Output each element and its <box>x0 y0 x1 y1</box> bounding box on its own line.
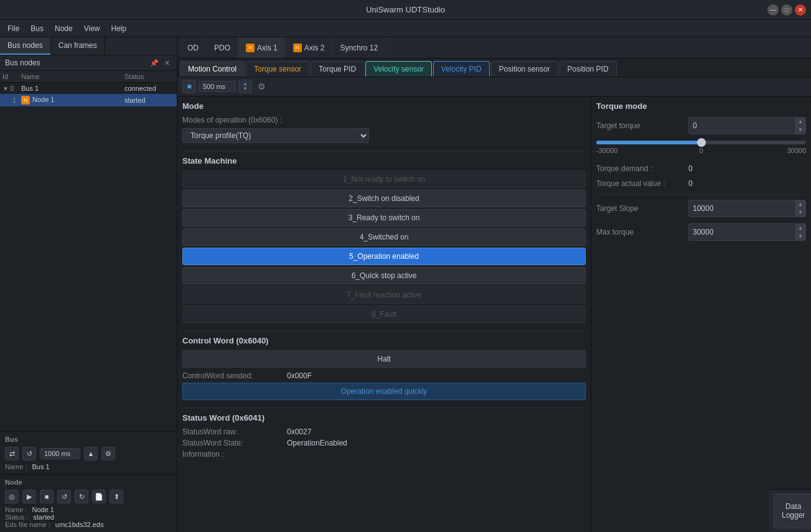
bus-name-label: Name : <box>5 463 27 470</box>
state-btn-6[interactable]: 6_Quick stop active <box>182 267 586 284</box>
content-area: Mode Modes of operation (0x6060) : Torqu… <box>177 96 811 532</box>
status-raw-label: StatusWord raw: <box>182 427 282 436</box>
minimize-button[interactable]: — <box>767 4 779 16</box>
tree-row-node1[interactable]: 1 NNode 1 started <box>0 94 177 106</box>
max-torque-up[interactable]: ▲ <box>795 224 805 232</box>
max-torque-row: Max torque 30000 ▲ ▼ <box>596 223 806 241</box>
bus-spin-up[interactable]: ▲ <box>84 447 98 460</box>
state-btn-4[interactable]: 4_Switched on <box>182 228 586 246</box>
tab-can-frames[interactable]: Can frames <box>51 37 105 55</box>
close-button[interactable]: ✕ <box>795 4 806 16</box>
title-bar: UniSwarm UDTStudio — □ ✕ <box>0 0 811 20</box>
node-status-value: started <box>33 513 54 521</box>
app-title: UniSwarm UDTStudio <box>366 5 445 14</box>
state-btn-1[interactable]: 1_Not ready to switch on <box>182 170 586 188</box>
state-btn-3[interactable]: 3_Ready to switch on <box>182 209 586 226</box>
tab-od[interactable]: OD <box>180 37 207 58</box>
subtab-position-pid[interactable]: Position PID <box>560 61 617 77</box>
divider-2 <box>182 330 586 331</box>
status-word-title: Status Word (0x6041) <box>182 413 586 422</box>
torque-mode-title: Torque mode <box>596 101 806 111</box>
slider-center-label: 0 <box>699 147 703 154</box>
toolbar-spin-btns[interactable]: ▲ ▼ <box>238 80 252 93</box>
bus-section-title: Bus <box>5 436 172 443</box>
subtab-torque-pid[interactable]: Torque PID <box>311 61 364 77</box>
node-export-icon[interactable]: ⬆ <box>110 490 123 503</box>
status-info-row: Information : <box>182 450 586 459</box>
target-torque-down[interactable]: ▼ <box>795 126 805 134</box>
node-name-value: Node 1 <box>32 506 54 513</box>
tab-axis2[interactable]: N Axis 2 <box>286 37 333 58</box>
menu-bar: File Bus Node View Help <box>0 20 811 37</box>
pin-icon[interactable]: 📌 <box>149 58 159 68</box>
state-btn-2[interactable]: 2_Switch on disabled <box>182 190 586 207</box>
menu-bus[interactable]: Bus <box>26 22 49 35</box>
left-panel: Bus nodes Can frames Bus nodes 📌 ✕ Id Na… <box>0 37 177 532</box>
tab-axis1[interactable]: N Axis 1 <box>238 37 286 58</box>
subtab-velocity-sensor[interactable]: Velocity sensor <box>365 61 432 77</box>
subtab-position-sensor[interactable]: Position sensor <box>491 61 558 77</box>
toolbar-time-input[interactable] <box>199 81 236 92</box>
node-play-icon[interactable]: ▶ <box>22 490 36 503</box>
data-logger-btn[interactable]: Data Logger <box>774 493 811 528</box>
sub-tabs: Motion Control Torque sensor Torque PID … <box>177 58 811 77</box>
node-icon: N <box>21 96 30 105</box>
bus-controls-row: ⇄ ↺ ▲ ⚙ <box>5 447 172 460</box>
subtab-motion-control[interactable]: Motion Control <box>180 61 245 77</box>
tab-pdo[interactable]: PDO <box>207 37 238 58</box>
mode-select[interactable]: Torque profile(TQ) <box>182 128 369 143</box>
bus-time-input[interactable] <box>40 448 80 459</box>
bus-section: Bus ⇄ ↺ ▲ ⚙ Name : Bus 1 <box>0 431 177 474</box>
tree-row-bus1[interactable]: ▼0 Bus 1 connected <box>0 83 177 94</box>
bus-sync-icon[interactable]: ⇄ <box>5 447 19 460</box>
slider-min-label: -30000 <box>596 147 617 154</box>
bottom-btns: Data Logger Mapping Pdo Diagram TQ mode <box>769 489 811 532</box>
toolbar-record-btn[interactable]: ■ <box>182 80 196 93</box>
target-slope-down[interactable]: ▼ <box>795 208 805 217</box>
col-id: Id <box>2 73 21 80</box>
torque-demand-row: Torque demand : 0 <box>596 164 806 173</box>
sent-label: ControlWord sended: <box>182 371 282 380</box>
top-tabs: OD PDO N Axis 1 N Axis 2 Synchro 12 <box>177 37 811 58</box>
status-raw-row: StatusWord raw: 0x0027 <box>182 427 586 436</box>
menu-file[interactable]: File <box>2 22 24 35</box>
control-word-sent-row: ControlWord sended: 0x000F <box>182 371 586 380</box>
torque-actual-row: Torque actual value : 0 <box>596 179 806 188</box>
torque-divider <box>596 194 806 195</box>
status-state-label: StatusWord State: <box>182 439 282 447</box>
target-torque-up[interactable]: ▲ <box>795 118 805 126</box>
torque-slider-thumb[interactable] <box>697 138 706 147</box>
mode-title: Mode <box>182 101 586 111</box>
halt-button[interactable]: Halt <box>182 350 586 368</box>
operation-enabled-quickly-button[interactable]: Operation enabled quickly <box>182 383 586 400</box>
menu-view[interactable]: View <box>79 22 105 35</box>
node-section-title: Node <box>5 478 172 486</box>
subtab-torque-sensor[interactable]: Torque sensor <box>246 61 309 77</box>
menu-help[interactable]: Help <box>106 22 132 35</box>
close-panel-icon[interactable]: ✕ <box>162 58 172 68</box>
node-stop-icon[interactable]: ■ <box>40 490 54 503</box>
target-slope-up[interactable]: ▲ <box>795 200 805 208</box>
state-btn-7[interactable]: 7_Fault reaction active <box>182 286 586 304</box>
target-slope-label: Target Slope <box>596 204 683 213</box>
node-fwd-icon[interactable]: ↻ <box>75 490 88 503</box>
toolbar-settings-icon[interactable]: ⚙ <box>255 80 268 93</box>
target-slope-input[interactable]: 10000 <box>688 200 795 217</box>
state-btn-8[interactable]: 8_Fault <box>182 306 586 323</box>
tab-synchro12[interactable]: Synchro 12 <box>332 37 386 58</box>
bus-settings-icon[interactable]: ⚙ <box>101 447 115 460</box>
node-doc-icon[interactable]: 📄 <box>92 490 106 503</box>
tab-bus-nodes[interactable]: Bus nodes <box>0 37 51 55</box>
subtab-velocity-pid[interactable]: Velocity PID <box>433 61 490 77</box>
panel-tabs: Bus nodes Can frames <box>0 37 177 55</box>
node-start-icon[interactable]: ◎ <box>5 490 19 503</box>
menu-node[interactable]: Node <box>50 22 78 35</box>
torque-demand-label: Torque demand : <box>596 164 683 173</box>
max-torque-down[interactable]: ▼ <box>795 232 805 240</box>
max-torque-input[interactable]: 30000 <box>688 223 795 241</box>
target-torque-input[interactable]: 0 <box>688 117 795 134</box>
node-reset-icon[interactable]: ↺ <box>57 490 71 503</box>
maximize-button[interactable]: □ <box>781 4 792 16</box>
bus-loop-icon[interactable]: ↺ <box>22 447 36 460</box>
state-btn-5[interactable]: 5_Operation enabled <box>182 248 586 265</box>
